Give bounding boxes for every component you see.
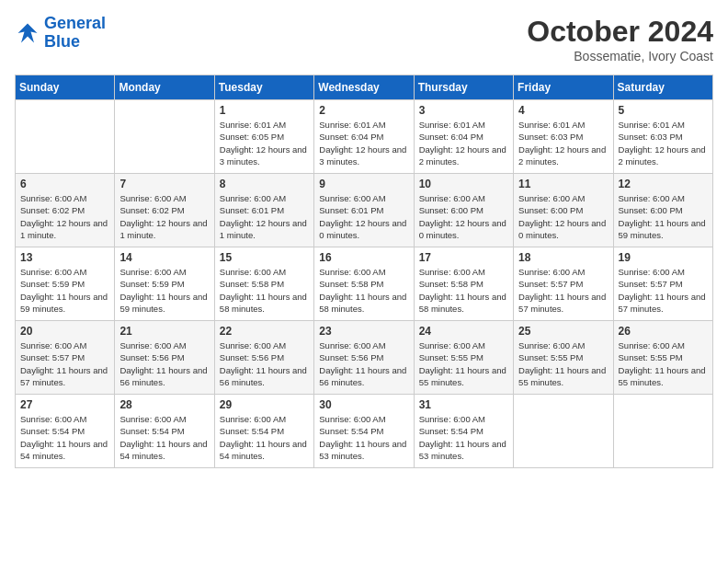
calendar-cell: 21Sunrise: 6:00 AMSunset: 5:56 PMDayligh… (115, 321, 214, 395)
day-detail: Sunrise: 6:01 AMSunset: 6:03 PMDaylight:… (619, 119, 708, 167)
calendar-cell: 20Sunrise: 6:00 AMSunset: 5:57 PMDayligh… (16, 321, 115, 395)
calendar-cell: 26Sunrise: 6:00 AMSunset: 5:55 PMDayligh… (613, 321, 712, 395)
weekday-header: Friday (514, 75, 613, 100)
weekday-header-row: SundayMondayTuesdayWednesdayThursdayFrid… (16, 75, 713, 100)
day-detail: Sunrise: 6:00 AMSunset: 6:00 PMDaylight:… (419, 192, 508, 241)
day-detail: Sunrise: 6:00 AMSunset: 5:54 PMDaylight:… (319, 413, 408, 462)
calendar-cell: 11Sunrise: 6:00 AMSunset: 6:00 PMDayligh… (514, 174, 613, 247)
weekday-header: Saturday (613, 75, 712, 100)
day-number: 6 (20, 178, 109, 190)
day-detail: Sunrise: 6:00 AMSunset: 5:59 PMDaylight:… (119, 266, 209, 315)
logo-text: General Blue (44, 15, 106, 52)
calendar-table: SundayMondayTuesdayWednesdayThursdayFrid… (15, 75, 713, 468)
calendar-week-row: 13Sunrise: 6:00 AMSunset: 5:59 PMDayligh… (16, 247, 713, 321)
day-detail: Sunrise: 6:00 AMSunset: 5:56 PMDaylight:… (220, 339, 309, 388)
title-block: October 2024 Bossematie, Ivory Coast (527, 15, 713, 63)
day-detail: Sunrise: 6:00 AMSunset: 6:00 PMDaylight:… (518, 192, 608, 241)
day-detail: Sunrise: 6:00 AMSunset: 5:56 PMDaylight:… (319, 339, 408, 388)
calendar-cell: 3Sunrise: 6:01 AMSunset: 6:04 PMDaylight… (414, 100, 513, 174)
calendar-week-row: 1Sunrise: 6:01 AMSunset: 6:05 PMDaylight… (16, 100, 713, 174)
calendar-cell: 6Sunrise: 6:00 AMSunset: 6:02 PMDaylight… (16, 174, 115, 247)
day-detail: Sunrise: 6:00 AMSunset: 5:54 PMDaylight:… (119, 413, 209, 462)
weekday-header: Tuesday (214, 75, 313, 100)
calendar-cell: 27Sunrise: 6:00 AMSunset: 5:54 PMDayligh… (16, 395, 115, 468)
day-detail: Sunrise: 6:00 AMSunset: 5:57 PMDaylight:… (619, 266, 708, 315)
day-detail: Sunrise: 6:00 AMSunset: 5:54 PMDaylight:… (220, 413, 309, 462)
day-number: 17 (419, 251, 508, 264)
day-number: 22 (220, 325, 309, 338)
day-number: 20 (20, 325, 109, 338)
weekday-header: Monday (115, 75, 214, 100)
calendar-cell: 15Sunrise: 6:00 AMSunset: 5:58 PMDayligh… (214, 247, 313, 321)
day-number: 4 (518, 104, 608, 117)
calendar-week-row: 20Sunrise: 6:00 AMSunset: 5:57 PMDayligh… (16, 321, 713, 395)
day-detail: Sunrise: 6:00 AMSunset: 5:54 PMDaylight:… (419, 413, 508, 462)
calendar-cell: 22Sunrise: 6:00 AMSunset: 5:56 PMDayligh… (214, 321, 313, 395)
day-detail: Sunrise: 6:00 AMSunset: 6:01 PMDaylight:… (220, 192, 309, 241)
weekday-header: Wednesday (314, 75, 414, 100)
weekday-header: Sunday (16, 75, 115, 100)
calendar-cell: 30Sunrise: 6:00 AMSunset: 5:54 PMDayligh… (314, 395, 414, 468)
calendar-cell: 23Sunrise: 6:00 AMSunset: 5:56 PMDayligh… (314, 321, 414, 395)
day-detail: Sunrise: 6:00 AMSunset: 5:55 PMDaylight:… (419, 339, 508, 388)
day-detail: Sunrise: 6:01 AMSunset: 6:04 PMDaylight:… (419, 119, 508, 167)
day-number: 26 (619, 325, 708, 338)
logo-icon (15, 20, 40, 46)
calendar-cell: 1Sunrise: 6:01 AMSunset: 6:05 PMDaylight… (214, 100, 313, 174)
day-detail: Sunrise: 6:00 AMSunset: 6:00 PMDaylight:… (619, 192, 708, 241)
calendar-cell (115, 100, 214, 174)
day-detail: Sunrise: 6:00 AMSunset: 6:01 PMDaylight:… (319, 192, 408, 241)
day-number: 25 (518, 325, 608, 338)
calendar-cell: 16Sunrise: 6:00 AMSunset: 5:58 PMDayligh… (314, 247, 414, 321)
calendar-cell: 18Sunrise: 6:00 AMSunset: 5:57 PMDayligh… (514, 247, 613, 321)
weekday-header: Thursday (414, 75, 513, 100)
day-number: 21 (119, 325, 209, 338)
day-number: 14 (119, 251, 209, 264)
day-number: 30 (319, 398, 408, 411)
calendar-cell: 7Sunrise: 6:00 AMSunset: 6:02 PMDaylight… (115, 174, 214, 247)
day-detail: Sunrise: 6:00 AMSunset: 5:59 PMDaylight:… (20, 266, 109, 315)
calendar-cell (514, 395, 613, 468)
day-number: 16 (319, 251, 408, 264)
calendar-cell: 24Sunrise: 6:00 AMSunset: 5:55 PMDayligh… (414, 321, 513, 395)
day-detail: Sunrise: 6:00 AMSunset: 5:58 PMDaylight:… (220, 266, 309, 315)
calendar-cell: 8Sunrise: 6:00 AMSunset: 6:01 PMDaylight… (214, 174, 313, 247)
month-title: October 2024 (527, 15, 713, 49)
logo: General Blue (15, 15, 106, 52)
day-number: 29 (220, 398, 309, 411)
day-detail: Sunrise: 6:00 AMSunset: 5:58 PMDaylight:… (319, 266, 408, 315)
day-number: 24 (419, 325, 508, 338)
calendar-cell: 2Sunrise: 6:01 AMSunset: 6:04 PMDaylight… (314, 100, 414, 174)
day-number: 9 (319, 178, 408, 190)
day-number: 13 (20, 251, 109, 264)
calendar-cell: 29Sunrise: 6:00 AMSunset: 5:54 PMDayligh… (214, 395, 313, 468)
calendar-cell: 28Sunrise: 6:00 AMSunset: 5:54 PMDayligh… (115, 395, 214, 468)
calendar-cell: 17Sunrise: 6:00 AMSunset: 5:58 PMDayligh… (414, 247, 513, 321)
day-detail: Sunrise: 6:00 AMSunset: 5:58 PMDaylight:… (419, 266, 508, 315)
day-number: 2 (319, 104, 408, 117)
calendar-cell: 31Sunrise: 6:00 AMSunset: 5:54 PMDayligh… (414, 395, 513, 468)
day-detail: Sunrise: 6:00 AMSunset: 5:56 PMDaylight:… (119, 339, 209, 388)
day-number: 11 (518, 178, 608, 190)
day-number: 31 (419, 398, 508, 411)
calendar-cell: 13Sunrise: 6:00 AMSunset: 5:59 PMDayligh… (16, 247, 115, 321)
calendar-cell: 5Sunrise: 6:01 AMSunset: 6:03 PMDaylight… (613, 100, 712, 174)
calendar-cell: 25Sunrise: 6:00 AMSunset: 5:55 PMDayligh… (514, 321, 613, 395)
day-number: 1 (220, 104, 309, 117)
calendar-cell: 4Sunrise: 6:01 AMSunset: 6:03 PMDaylight… (514, 100, 613, 174)
calendar-cell: 19Sunrise: 6:00 AMSunset: 5:57 PMDayligh… (613, 247, 712, 321)
calendar-cell: 12Sunrise: 6:00 AMSunset: 6:00 PMDayligh… (613, 174, 712, 247)
day-number: 28 (119, 398, 209, 411)
page-header: General Blue October 2024 Bossematie, Iv… (15, 15, 713, 63)
day-number: 23 (319, 325, 408, 338)
day-detail: Sunrise: 6:00 AMSunset: 5:54 PMDaylight:… (20, 413, 109, 462)
svg-marker-0 (18, 23, 38, 42)
day-detail: Sunrise: 6:01 AMSunset: 6:03 PMDaylight:… (518, 119, 608, 167)
day-number: 8 (220, 178, 309, 190)
day-detail: Sunrise: 6:00 AMSunset: 5:57 PMDaylight:… (20, 339, 109, 388)
day-detail: Sunrise: 6:00 AMSunset: 6:02 PMDaylight:… (119, 192, 209, 241)
day-number: 12 (619, 178, 708, 190)
calendar-week-row: 27Sunrise: 6:00 AMSunset: 5:54 PMDayligh… (16, 395, 713, 468)
calendar-week-row: 6Sunrise: 6:00 AMSunset: 6:02 PMDaylight… (16, 174, 713, 247)
calendar-cell: 9Sunrise: 6:00 AMSunset: 6:01 PMDaylight… (314, 174, 414, 247)
